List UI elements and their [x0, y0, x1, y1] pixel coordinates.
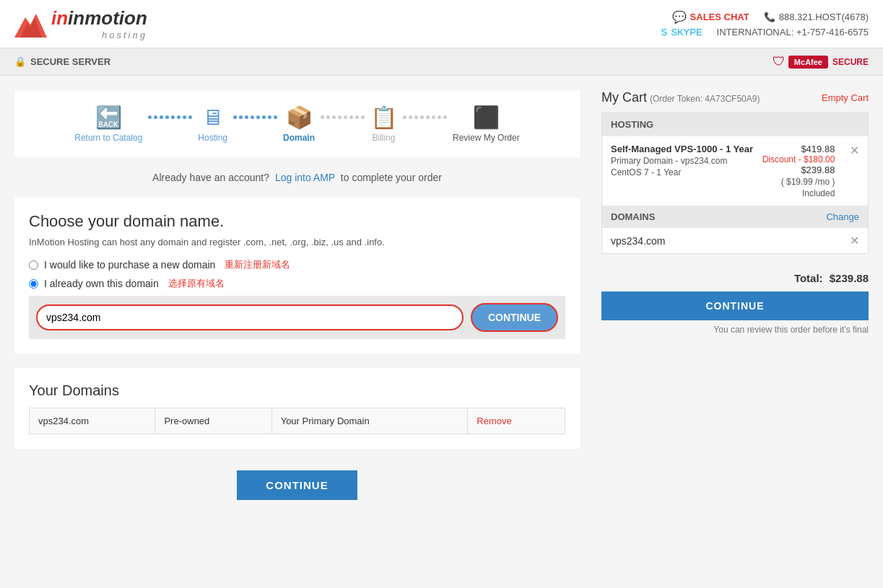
- skype-label: SKYPE: [671, 27, 702, 38]
- action-cell[interactable]: Remove: [468, 408, 565, 434]
- logo-bird-icon: [14, 10, 47, 38]
- international-label: INTERNATIONAL: +1-757-416-6575: [717, 27, 869, 38]
- logo-area: ininmotion hosting: [14, 7, 147, 40]
- bottom-continue-button[interactable]: CONTINUE: [237, 470, 357, 500]
- international-item: INTERNATIONAL: +1-757-416-6575: [717, 27, 869, 38]
- total-row: Total: $239.88: [601, 265, 869, 291]
- skype-icon: S: [661, 27, 668, 38]
- logo-hosting: hosting: [51, 30, 147, 40]
- left-content: 🔙 Return to Catalog 🖥 Hosting: [14, 90, 601, 507]
- step-dots-2: [227, 115, 283, 119]
- domain-input-row: CONTINUE: [29, 296, 565, 339]
- cart-price-col: $419.88 Discount - $180.00 $239.88 ( $19…: [762, 144, 835, 198]
- centos-included: Included: [762, 188, 835, 198]
- step-billing[interactable]: 📋 Billing: [370, 105, 397, 143]
- step-dots-1: [142, 115, 198, 119]
- account-box: Already have an account? Log into AMP to…: [14, 172, 580, 183]
- mcafee-label: McAfee: [788, 56, 828, 69]
- status-cell: Your Primary Domain: [271, 408, 468, 434]
- domain-continue-button[interactable]: CONTINUE: [471, 303, 558, 332]
- review-text: You can review this order before it's fi…: [601, 325, 869, 335]
- domain-title: Choose your domain name.: [29, 212, 565, 231]
- step-dots-4: [397, 115, 453, 119]
- your-domains-title: Your Domains: [29, 382, 565, 399]
- cart-domain-name: vps234.com: [611, 235, 665, 247]
- right-sidebar: My Cart (Order Token: 4A73CF50A9) Empty …: [601, 90, 869, 507]
- secure-label: SECURE SERVER: [30, 56, 110, 67]
- step-review[interactable]: ⬛ Review My Order: [453, 105, 520, 143]
- secure-bar: 🔒 SECURE SERVER 🛡 McAfee SECURE: [0, 48, 883, 76]
- cart-item-main-row: Self-Managed VPS-1000 - 1 Year Primary D…: [611, 144, 859, 198]
- total-label: Total:: [794, 272, 823, 284]
- discount-label: Discount -: [762, 154, 801, 164]
- phone-item: 📞 888.321.HOST(4678): [764, 12, 869, 22]
- step-billing-icon: 📋: [370, 105, 397, 130]
- step-hosting[interactable]: 🖥 Hosting: [198, 105, 227, 143]
- sales-chat-item[interactable]: 💬 SALES CHAT: [672, 10, 749, 24]
- logo-text: ininmotion hosting: [51, 7, 147, 40]
- primary-domain-label: Primary Domain -: [611, 156, 678, 166]
- cart-box: HOSTING Self-Managed VPS-1000 - 1 Year P…: [601, 113, 869, 254]
- cart-domains-label: DOMAINS: [611, 211, 655, 222]
- contact-row-top: 💬 SALES CHAT 📞 888.321.HOST(4678): [672, 10, 869, 24]
- purchase-new-radio[interactable]: [29, 260, 38, 270]
- steps-container: 🔙 Return to Catalog 🖥 Hosting: [14, 90, 580, 157]
- cart-hosting-primary: Primary Domain - vps234.com: [611, 156, 753, 166]
- phone-number: 888.321.HOST(4678): [779, 12, 869, 22]
- step-review-icon: ⬛: [473, 105, 500, 130]
- sales-chat-label: SALES CHAT: [690, 12, 749, 22]
- step-return[interactable]: 🔙 Return to Catalog: [74, 105, 142, 143]
- cart-hosting-item: Self-Managed VPS-1000 - 1 Year Primary D…: [602, 136, 868, 206]
- remove-hosting-button[interactable]: ✕: [850, 144, 859, 157]
- step-review-label: Review My Order: [453, 133, 520, 143]
- cart-title: My Cart: [601, 90, 647, 105]
- purchase-new-label[interactable]: I would like to purchase a new domain: [44, 259, 215, 271]
- domain-input[interactable]: [36, 304, 464, 330]
- cart-continue-button[interactable]: CONTINUE: [601, 291, 869, 320]
- bottom-continue-row: CONTINUE: [14, 463, 580, 507]
- account-text: Already have an account?: [152, 172, 269, 183]
- primary-domain-value: vps234.com: [681, 156, 728, 166]
- cart-discount: Discount - $180.00: [762, 154, 835, 164]
- cart-price: $419.88: [762, 144, 835, 154]
- step-hosting-label: Hosting: [198, 133, 227, 143]
- cart-domains-header: DOMAINS Change: [602, 206, 868, 228]
- step-hosting-icon: 🖥: [202, 105, 224, 130]
- logo-inmotion: ininmotion: [51, 7, 147, 30]
- step-return-icon: 🔙: [95, 105, 122, 130]
- mcafee-secure-text: SECURE: [832, 57, 869, 67]
- step-domain-icon: 📦: [286, 105, 313, 130]
- top-header: ininmotion hosting 💬 SALES CHAT 📞 888.32…: [0, 0, 883, 48]
- cart-header: My Cart (Order Token: 4A73CF50A9) Empty …: [601, 90, 869, 105]
- skype-item[interactable]: S SKYPE: [661, 27, 703, 38]
- chat-icon: 💬: [672, 10, 687, 24]
- lock-icon: 🔒: [14, 56, 26, 67]
- account-suffix: to complete your order: [341, 172, 442, 183]
- login-amp-link[interactable]: Log into AMP: [275, 172, 335, 183]
- domain-cell: vps234.com: [30, 408, 155, 434]
- radio-own-row: I already own this domain 选择原有域名: [29, 277, 565, 290]
- remove-link[interactable]: Remove: [477, 416, 511, 426]
- change-domains-link[interactable]: Change: [826, 211, 859, 222]
- phone-icon: 📞: [764, 12, 775, 22]
- remove-domain-button[interactable]: ✕: [850, 234, 859, 247]
- domains-table: vps234.com Pre-owned Your Primary Domain…: [29, 408, 565, 434]
- centos-label: CentOS 7 - 1 Year: [611, 167, 681, 177]
- own-domain-label[interactable]: I already own this domain: [44, 278, 159, 289]
- main-container: 🔙 Return to Catalog 🖥 Hosting: [0, 76, 883, 522]
- cart-domain-item: vps234.com ✕: [602, 228, 868, 253]
- empty-cart-link[interactable]: Empty Cart: [822, 92, 869, 103]
- own-domain-radio[interactable]: [29, 279, 38, 289]
- contact-area: 💬 SALES CHAT 📞 888.321.HOST(4678) S SKYP…: [661, 10, 869, 38]
- cart-centos: CentOS 7 - 1 Year: [611, 167, 753, 177]
- domains-section: Your Domains vps234.com Pre-owned Your P…: [14, 368, 580, 449]
- step-domain[interactable]: 📦 Domain: [283, 105, 315, 143]
- cart-hosting-name: Self-Managed VPS-1000 - 1 Year: [611, 144, 753, 154]
- cart-per-month: ( $19.99 /mo ): [762, 177, 835, 187]
- cart-hosting-header: HOSTING: [602, 113, 868, 136]
- table-row: vps234.com Pre-owned Your Primary Domain…: [30, 408, 565, 434]
- cart-token: (Order Token: 4A73CF50A9): [650, 94, 760, 104]
- purchase-new-note: 重新注册新域名: [225, 258, 290, 271]
- contact-row-bottom: S SKYPE INTERNATIONAL: +1-757-416-6575: [661, 27, 869, 38]
- domain-section: Choose your domain name. InMotion Hostin…: [14, 198, 580, 354]
